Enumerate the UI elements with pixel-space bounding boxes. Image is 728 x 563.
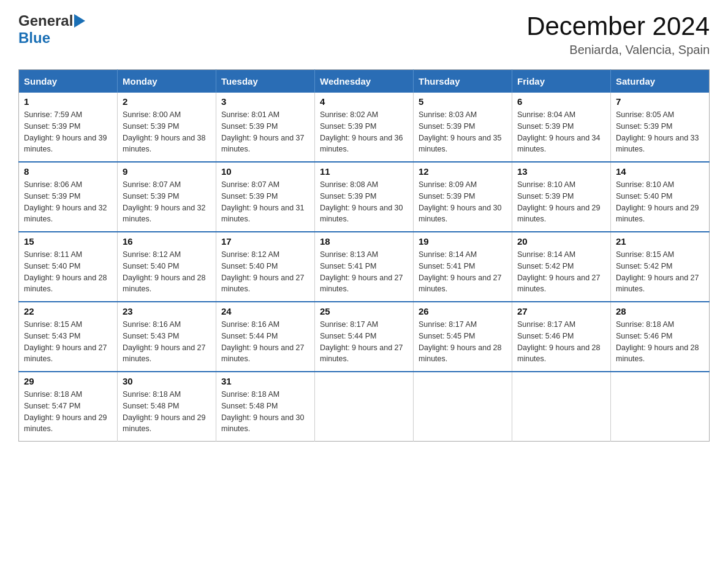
- day-info: Sunrise: 8:03 AMSunset: 5:39 PMDaylight:…: [419, 109, 507, 155]
- day-info: Sunrise: 8:11 AMSunset: 5:40 PMDaylight:…: [24, 249, 112, 295]
- day-number: 29: [24, 376, 112, 386]
- day-number: 7: [616, 96, 704, 107]
- day-info: Sunrise: 7:59 AMSunset: 5:39 PMDaylight:…: [24, 109, 112, 155]
- calendar-cell: 24Sunrise: 8:16 AMSunset: 5:44 PMDayligh…: [216, 302, 315, 372]
- day-number: 24: [221, 306, 309, 316]
- calendar-cell: 7Sunrise: 8:05 AMSunset: 5:39 PMDaylight…: [611, 93, 710, 162]
- day-info: Sunrise: 8:10 AMSunset: 5:39 PMDaylight:…: [517, 179, 605, 225]
- day-number: 6: [517, 96, 605, 107]
- day-info: Sunrise: 8:18 AMSunset: 5:48 PMDaylight:…: [123, 389, 211, 435]
- day-info: Sunrise: 8:18 AMSunset: 5:47 PMDaylight:…: [24, 389, 112, 435]
- logo-triangle-icon: [74, 14, 85, 28]
- col-header-monday: Monday: [118, 70, 216, 93]
- calendar-cell: 29Sunrise: 8:18 AMSunset: 5:47 PMDayligh…: [19, 372, 118, 442]
- logo-blue-text: Blue: [18, 29, 50, 47]
- calendar-cell: 4Sunrise: 8:02 AMSunset: 5:39 PMDaylight…: [315, 93, 414, 162]
- page-subtitle: Beniarda, Valencia, Spain: [526, 43, 710, 57]
- day-number: 28: [616, 306, 704, 316]
- day-info: Sunrise: 8:14 AMSunset: 5:41 PMDaylight:…: [419, 249, 507, 295]
- calendar-cell: 8Sunrise: 8:06 AMSunset: 5:39 PMDaylight…: [19, 162, 118, 232]
- day-number: 13: [517, 166, 605, 177]
- calendar-cell: 20Sunrise: 8:14 AMSunset: 5:42 PMDayligh…: [512, 232, 611, 302]
- calendar-cell: 18Sunrise: 8:13 AMSunset: 5:41 PMDayligh…: [315, 232, 414, 302]
- day-number: 1: [24, 96, 112, 107]
- calendar-cell: 5Sunrise: 8:03 AMSunset: 5:39 PMDaylight…: [414, 93, 512, 162]
- day-number: 11: [320, 166, 408, 177]
- day-number: 21: [616, 236, 704, 247]
- calendar-cell: [611, 372, 710, 442]
- day-info: Sunrise: 8:09 AMSunset: 5:39 PMDaylight:…: [419, 179, 507, 225]
- day-info: Sunrise: 8:00 AMSunset: 5:39 PMDaylight:…: [123, 109, 211, 155]
- day-number: 17: [221, 236, 309, 247]
- day-info: Sunrise: 8:01 AMSunset: 5:39 PMDaylight:…: [221, 109, 309, 155]
- calendar-cell: 21Sunrise: 8:15 AMSunset: 5:42 PMDayligh…: [611, 232, 710, 302]
- calendar-cell: 23Sunrise: 8:16 AMSunset: 5:43 PMDayligh…: [118, 302, 216, 372]
- day-number: 22: [24, 306, 112, 316]
- calendar-table: SundayMondayTuesdayWednesdayThursdayFrid…: [18, 69, 710, 442]
- calendar-cell: 14Sunrise: 8:10 AMSunset: 5:40 PMDayligh…: [611, 162, 710, 232]
- calendar-cell: 30Sunrise: 8:18 AMSunset: 5:48 PMDayligh…: [118, 372, 216, 442]
- day-info: Sunrise: 8:17 AMSunset: 5:45 PMDaylight:…: [419, 319, 507, 365]
- day-info: Sunrise: 8:13 AMSunset: 5:41 PMDaylight:…: [320, 249, 408, 295]
- day-number: 27: [517, 306, 605, 316]
- day-number: 12: [419, 166, 507, 177]
- day-number: 9: [123, 166, 211, 177]
- day-number: 8: [24, 166, 112, 177]
- day-info: Sunrise: 8:17 AMSunset: 5:44 PMDaylight:…: [320, 319, 408, 365]
- col-header-thursday: Thursday: [414, 70, 512, 93]
- calendar-cell: 25Sunrise: 8:17 AMSunset: 5:44 PMDayligh…: [315, 302, 414, 372]
- day-number: 19: [419, 236, 507, 247]
- day-number: 30: [123, 376, 211, 386]
- calendar-cell: 26Sunrise: 8:17 AMSunset: 5:45 PMDayligh…: [414, 302, 512, 372]
- day-info: Sunrise: 8:17 AMSunset: 5:46 PMDaylight:…: [517, 319, 605, 365]
- page-header: General Blue December 2024 Beniarda, Val…: [18, 12, 710, 57]
- day-number: 31: [221, 376, 309, 386]
- calendar-cell: [315, 372, 414, 442]
- day-number: 26: [419, 306, 507, 316]
- calendar-cell: 12Sunrise: 8:09 AMSunset: 5:39 PMDayligh…: [414, 162, 512, 232]
- day-info: Sunrise: 8:16 AMSunset: 5:44 PMDaylight:…: [221, 319, 309, 365]
- calendar-cell: 9Sunrise: 8:07 AMSunset: 5:39 PMDaylight…: [118, 162, 216, 232]
- calendar-cell: 19Sunrise: 8:14 AMSunset: 5:41 PMDayligh…: [414, 232, 512, 302]
- day-number: 4: [320, 96, 408, 107]
- day-info: Sunrise: 8:05 AMSunset: 5:39 PMDaylight:…: [616, 109, 704, 155]
- svg-marker-0: [74, 14, 85, 28]
- calendar-cell: 15Sunrise: 8:11 AMSunset: 5:40 PMDayligh…: [19, 232, 118, 302]
- day-number: 3: [221, 96, 309, 107]
- calendar-cell: 16Sunrise: 8:12 AMSunset: 5:40 PMDayligh…: [118, 232, 216, 302]
- col-header-saturday: Saturday: [611, 70, 710, 93]
- calendar-cell: [414, 372, 512, 442]
- day-info: Sunrise: 8:07 AMSunset: 5:39 PMDaylight:…: [123, 179, 211, 225]
- day-info: Sunrise: 8:12 AMSunset: 5:40 PMDaylight:…: [123, 249, 211, 295]
- day-number: 18: [320, 236, 408, 247]
- page-title: December 2024: [526, 12, 710, 40]
- day-number: 23: [123, 306, 211, 316]
- calendar-cell: 1Sunrise: 7:59 AMSunset: 5:39 PMDaylight…: [19, 93, 118, 162]
- col-header-tuesday: Tuesday: [216, 70, 315, 93]
- calendar-cell: 28Sunrise: 8:18 AMSunset: 5:46 PMDayligh…: [611, 302, 710, 372]
- calendar-cell: [512, 372, 611, 442]
- logo-general-text: General: [18, 12, 73, 29]
- day-number: 14: [616, 166, 704, 177]
- calendar-cell: 22Sunrise: 8:15 AMSunset: 5:43 PMDayligh…: [19, 302, 118, 372]
- day-info: Sunrise: 8:07 AMSunset: 5:39 PMDaylight:…: [221, 179, 309, 225]
- day-number: 15: [24, 236, 112, 247]
- day-info: Sunrise: 8:04 AMSunset: 5:39 PMDaylight:…: [517, 109, 605, 155]
- calendar-cell: 3Sunrise: 8:01 AMSunset: 5:39 PMDaylight…: [216, 93, 315, 162]
- day-number: 5: [419, 96, 507, 107]
- title-section: December 2024 Beniarda, Valencia, Spain: [526, 12, 710, 57]
- day-info: Sunrise: 8:08 AMSunset: 5:39 PMDaylight:…: [320, 179, 408, 225]
- calendar-cell: 31Sunrise: 8:18 AMSunset: 5:48 PMDayligh…: [216, 372, 315, 442]
- day-info: Sunrise: 8:10 AMSunset: 5:40 PMDaylight:…: [616, 179, 704, 225]
- col-header-wednesday: Wednesday: [315, 70, 414, 93]
- day-info: Sunrise: 8:18 AMSunset: 5:48 PMDaylight:…: [221, 389, 309, 435]
- calendar-cell: 2Sunrise: 8:00 AMSunset: 5:39 PMDaylight…: [118, 93, 216, 162]
- day-info: Sunrise: 8:16 AMSunset: 5:43 PMDaylight:…: [123, 319, 211, 365]
- calendar-cell: 27Sunrise: 8:17 AMSunset: 5:46 PMDayligh…: [512, 302, 611, 372]
- calendar-cell: 11Sunrise: 8:08 AMSunset: 5:39 PMDayligh…: [315, 162, 414, 232]
- calendar-cell: 10Sunrise: 8:07 AMSunset: 5:39 PMDayligh…: [216, 162, 315, 232]
- day-info: Sunrise: 8:02 AMSunset: 5:39 PMDaylight:…: [320, 109, 408, 155]
- day-number: 20: [517, 236, 605, 247]
- day-info: Sunrise: 8:18 AMSunset: 5:46 PMDaylight:…: [616, 319, 704, 365]
- day-number: 10: [221, 166, 309, 177]
